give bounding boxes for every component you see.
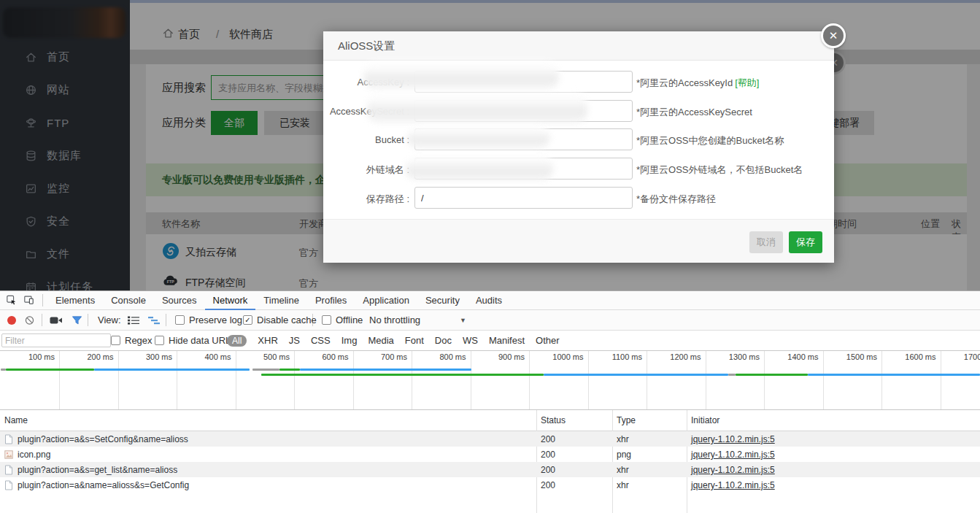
checkbox-label: Preserve log <box>189 315 242 325</box>
checkbox-label: Disable cache <box>257 315 317 325</box>
timeline-tick-label: 1100 ms <box>591 352 642 361</box>
timeline-gridline <box>118 351 119 409</box>
request-initiator-link[interactable]: jquery-1.10.2.min.js:5 <box>691 450 775 460</box>
request-initiator-link[interactable]: jquery-1.10.2.min.js:5 <box>691 465 775 475</box>
help-link[interactable]: [帮助] <box>735 77 759 88</box>
network-overview-timeline[interactable]: 100 ms200 ms300 ms400 ms500 ms600 ms700 … <box>0 351 980 410</box>
timeline-tick-label: 1700 ms <box>944 352 980 361</box>
request-type: png <box>617 450 631 460</box>
devtools-tab-profiles[interactable]: Profiles <box>307 291 355 310</box>
timeline-gridline <box>471 351 471 409</box>
overview-request-bar <box>252 369 279 371</box>
filter-type-js[interactable]: JS <box>289 335 300 346</box>
filter-type-xhr[interactable]: XHR <box>258 335 277 346</box>
timeline-tick-label: 1000 ms <box>533 352 584 361</box>
network-request-row[interactable]: plugin?action=a&s=get_list&name=alioss20… <box>0 462 980 477</box>
timeline-gridline <box>588 351 589 409</box>
timeline-tick-label: 1300 ms <box>709 352 760 361</box>
close-icon[interactable]: ✕ <box>821 23 846 48</box>
screenshot-camera-icon[interactable] <box>50 310 63 330</box>
timeline-gridline <box>881 351 882 409</box>
redacted-value-blur <box>367 93 587 123</box>
devtools-tab-network[interactable]: Network <box>205 291 256 310</box>
timeline-gridline <box>177 351 177 409</box>
network-filter-input[interactable] <box>1 333 111 347</box>
request-initiator-link[interactable]: jquery-1.10.2.min.js:5 <box>691 434 775 444</box>
filter-type-css[interactable]: CSS <box>311 335 331 346</box>
request-status: 200 <box>541 434 555 444</box>
network-request-row[interactable]: plugin?action=a&name=alioss&s=GetConfig2… <box>0 477 980 493</box>
network-request-row[interactable]: plugin?action=a&s=SetConfig&name=alioss2… <box>0 431 980 447</box>
dialog-field-row: 保存路径 :*备份文件保存路径 <box>323 187 834 209</box>
filter-type-ws[interactable]: WS <box>463 335 478 346</box>
request-type: xhr <box>617 434 629 444</box>
request-name: icon.png <box>18 450 50 460</box>
separator <box>42 314 42 326</box>
field-input[interactable] <box>414 187 633 209</box>
redacted-value-blur <box>363 62 559 90</box>
view-label: View: <box>98 310 121 330</box>
waterfall-view-icon[interactable] <box>147 310 161 330</box>
overview-request-bar <box>728 374 736 376</box>
separator <box>166 314 166 326</box>
network-col-header-name[interactable]: Name <box>4 415 28 425</box>
overview-request-bar <box>6 369 95 371</box>
overview-request-bar <box>279 369 300 371</box>
disable-cache-checkbox[interactable]: ✓ <box>243 315 252 325</box>
network-col-header-type[interactable]: Type <box>617 415 636 425</box>
request-initiator-link[interactable]: jquery-1.10.2.min.js:5 <box>691 480 775 490</box>
timeline-gridline <box>353 351 354 409</box>
request-name: plugin?action=a&name=alioss&s=GetConfig <box>18 480 189 490</box>
devtools-tab-application[interactable]: Application <box>355 291 417 310</box>
devtools-tab-sources[interactable]: Sources <box>154 291 205 310</box>
field-hint: *备份文件保存路径 <box>636 193 716 206</box>
timeline-tick-label: 1400 ms <box>768 352 819 361</box>
offline-checkbox[interactable] <box>322 315 331 325</box>
filter-type-img[interactable]: Img <box>342 335 358 346</box>
timeline-tick-label: 700 ms <box>356 352 407 361</box>
resource-type-filters: AllXHRJSCSSImgMediaFontDocWSManifestOthe… <box>227 331 560 350</box>
hide-data-urls-checkbox[interactable] <box>155 336 164 345</box>
request-type: xhr <box>617 465 629 475</box>
devtools-tab-security[interactable]: Security <box>417 291 468 310</box>
device-toolbar-icon[interactable] <box>23 295 35 306</box>
filter-type-manifest[interactable]: Manifest <box>489 335 525 346</box>
field-hint: *阿里云的AccessKeySecret <box>636 106 752 119</box>
filter-funnel-icon[interactable] <box>72 310 82 330</box>
filter-type-all[interactable]: All <box>227 335 247 347</box>
filter-type-doc[interactable]: Doc <box>435 335 452 346</box>
filter-type-font[interactable]: Font <box>405 335 424 346</box>
chevron-down-icon[interactable]: ▼ <box>460 310 466 330</box>
devtools-tab-console[interactable]: Console <box>103 291 154 310</box>
timeline-tick-label: 900 ms <box>474 352 525 361</box>
record-button[interactable] <box>7 310 16 330</box>
alioss-settings-dialog: AliOSS设置 ✕ AccessKey :*阿里云的AccessKeyId[帮… <box>323 31 834 263</box>
save-button[interactable]: 保存 <box>789 231 822 253</box>
field-hint: *阿里云OSS外链域名，不包括Bucket名 <box>636 163 803 177</box>
cancel-button[interactable]: 取消 <box>749 231 783 253</box>
preserve-log-checkbox[interactable] <box>175 315 185 325</box>
request-status: 200 <box>541 465 555 475</box>
network-col-header-status[interactable]: Status <box>541 415 566 425</box>
request-status: 200 <box>541 480 555 490</box>
devtools-tab-audits[interactable]: Audits <box>468 291 510 310</box>
field-label: 保存路径 : <box>323 193 409 206</box>
list-view-icon[interactable] <box>127 310 140 330</box>
devtools-tab-elements[interactable]: Elements <box>47 291 103 310</box>
field-hint: *阿里云的AccessKeyId[帮助] <box>636 77 759 90</box>
network-request-row[interactable]: icon.png200pngjquery-1.10.2.min.js:5 <box>0 447 980 462</box>
dialog-header: AliOSS设置 <box>323 31 834 61</box>
request-type: xhr <box>617 480 629 490</box>
regex-checkbox[interactable] <box>111 336 120 345</box>
filter-type-media[interactable]: Media <box>368 335 393 346</box>
network-col-header-initiator[interactable]: Initiator <box>691 415 719 425</box>
timeline-gridline <box>647 351 647 409</box>
clear-icon[interactable] <box>24 310 35 330</box>
devtools-tab-timeline[interactable]: Timeline <box>255 291 307 310</box>
overview-request-bar <box>544 374 728 376</box>
document-icon <box>4 434 13 444</box>
filter-type-other[interactable]: Other <box>536 335 560 346</box>
timeline-gridline <box>706 351 706 409</box>
inspect-element-icon[interactable] <box>6 295 18 306</box>
throttling-select[interactable]: No throttling <box>369 310 420 330</box>
